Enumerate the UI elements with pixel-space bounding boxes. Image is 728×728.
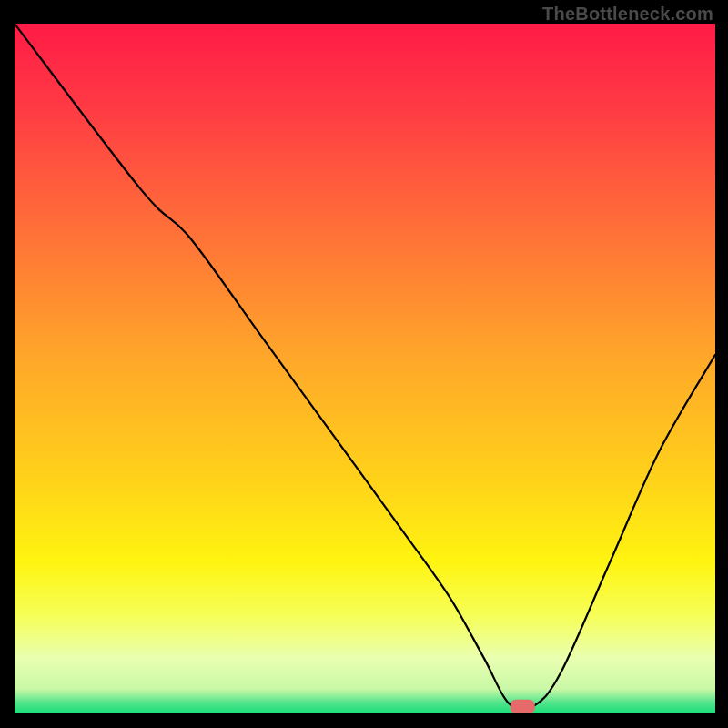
plot-area bbox=[15, 24, 715, 713]
chart-container: TheBottleneck.com bbox=[0, 0, 728, 728]
watermark-text: TheBottleneck.com bbox=[542, 4, 713, 25]
chart-svg bbox=[15, 24, 715, 713]
gradient-background bbox=[15, 24, 715, 713]
marker-pill bbox=[511, 700, 535, 713]
